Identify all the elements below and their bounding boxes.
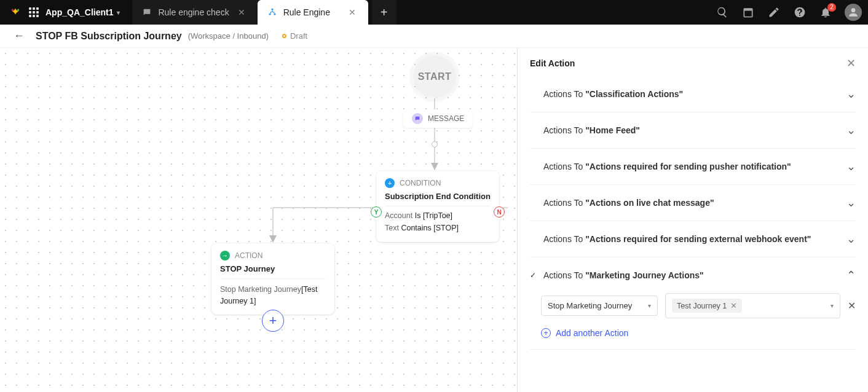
- condition-node[interactable]: CONDITION Subscription End Condition Acc…: [376, 171, 499, 242]
- accordion-label: Actions To "Marketing Journey Actions": [543, 270, 842, 280]
- app-launcher-icon[interactable]: [28, 7, 39, 18]
- start-label: START: [418, 71, 452, 82]
- add-another-action-button[interactable]: +Add another Action: [541, 326, 856, 340]
- breadcrumb: (Workspace / Inbound): [188, 31, 269, 41]
- remove-row-icon[interactable]: ✕: [848, 300, 856, 312]
- tab-rule-engine[interactable]: Rule Engine ✕: [258, 0, 368, 25]
- flow-canvas[interactable]: START MESSAGE CONDITION Subscription End…: [0, 48, 518, 392]
- selected-chip: Test Journey 1✕: [672, 299, 742, 313]
- close-icon[interactable]: ✕: [235, 6, 248, 19]
- client-name: App_QA_Client1: [45, 7, 113, 17]
- action-name: STOP Journey: [220, 264, 326, 273]
- condition-name: Subscription End Condition: [385, 192, 491, 201]
- tab-label: Rule engine check: [158, 7, 229, 17]
- action-node[interactable]: ACTION STOP Journey Stop Marketing Journ…: [211, 243, 334, 315]
- remove-chip-icon[interactable]: ✕: [730, 301, 737, 310]
- panel-header: Edit Action ✕: [518, 48, 868, 76]
- client-selector[interactable]: App_QA_Client1 ▾: [45, 7, 120, 17]
- tree-icon: [267, 7, 277, 17]
- check-icon: ✓: [530, 271, 539, 280]
- main: START MESSAGE CONDITION Subscription End…: [0, 48, 868, 392]
- accordion-head[interactable]: ✓Actions To "Marketing Journey Actions"⌃: [530, 257, 856, 293]
- calendar-icon[interactable]: [741, 6, 755, 19]
- action-value-select[interactable]: Test Journey 1✕▾: [665, 293, 840, 318]
- add-tab-button[interactable]: +: [372, 0, 397, 25]
- accordion-item: ✓Actions To "Home Feed"⌄: [530, 112, 856, 149]
- close-icon[interactable]: ✕: [346, 6, 358, 19]
- divider: [385, 206, 491, 206]
- chevron-down-icon: ⌄: [846, 160, 856, 173]
- page-title: STOP FB Subscription Journey: [36, 31, 182, 42]
- chevron-down-icon: ▾: [117, 9, 120, 16]
- edit-action-panel: Edit Action ✕ ✓Actions To "Classificatio…: [518, 48, 868, 392]
- divider: [220, 278, 326, 279]
- tab-rule-engine-check[interactable]: Rule engine check ✕: [132, 0, 257, 25]
- accordion-item: ✓Actions To "Marketing Journey Actions"⌃…: [530, 257, 856, 350]
- plus-icon: +: [541, 328, 551, 338]
- tab-label: Rule Engine: [283, 7, 340, 17]
- back-button[interactable]: ←: [14, 29, 25, 42]
- accordion-item: ✓Actions To "Classification Actions"⌄: [530, 76, 856, 112]
- condition-header: CONDITION: [385, 178, 491, 188]
- svg-point-0: [12, 9, 14, 11]
- accordion: ✓Actions To "Classification Actions"⌄✓Ac…: [518, 76, 868, 350]
- edit-icon[interactable]: [767, 6, 781, 19]
- accordion-head[interactable]: ✓Actions To "Actions required for sendin…: [530, 221, 856, 257]
- avatar[interactable]: [845, 4, 862, 21]
- chevron-up-icon: ⌃: [846, 269, 856, 282]
- accordion-head[interactable]: ✓Actions To "Actions on live chat messag…: [530, 185, 856, 221]
- condition-row: Text Contains [STOP]: [385, 224, 491, 232]
- accordion-label: Actions To "Actions required for sending…: [543, 162, 842, 171]
- accordion-label: Actions To "Classification Actions": [543, 89, 842, 99]
- accordion-head[interactable]: ✓Actions To "Home Feed"⌄: [530, 112, 856, 148]
- accordion-head[interactable]: ✓Actions To "Actions required for sendin…: [530, 149, 856, 184]
- action-type-select[interactable]: Stop Marketing Journey▾: [541, 296, 658, 316]
- action-header: ACTION: [220, 251, 326, 261]
- action-type: ACTION: [235, 251, 262, 260]
- chevron-down-icon: ⌄: [846, 196, 856, 210]
- status-badge: Draft: [282, 31, 307, 41]
- accordion-body: Stop Marketing Journey▾Test Journey 1✕▾✕…: [530, 293, 856, 349]
- chevron-down-icon: ⌄: [846, 232, 856, 246]
- chat-icon: [142, 7, 152, 17]
- accordion-label: Actions To "Home Feed": [543, 125, 842, 135]
- condition-type: CONDITION: [400, 179, 441, 187]
- action-config-row: Stop Marketing Journey▾Test Journey 1✕▾✕: [541, 293, 856, 318]
- notification-badge: 2: [827, 3, 836, 12]
- condition-row: Account Is [TripToe]: [385, 211, 491, 220]
- condition-icon: [385, 178, 395, 188]
- svg-point-4: [274, 14, 275, 15]
- message-node[interactable]: MESSAGE: [403, 109, 473, 128]
- status-text: Draft: [290, 31, 307, 41]
- action-row: Stop Marketing Journey[Test Journey 1]: [220, 284, 326, 307]
- svg-point-1: [17, 9, 19, 11]
- app-bar: App_QA_Client1 ▾ Rule engine check ✕ Rul…: [0, 0, 868, 25]
- appbar-actions: 2: [716, 4, 862, 21]
- close-icon[interactable]: ✕: [846, 57, 856, 70]
- chevron-down-icon: ⌄: [846, 123, 856, 137]
- accordion-item: ✓Actions To "Actions required for sendin…: [530, 149, 856, 185]
- accordion-item: ✓Actions To "Actions required for sendin…: [530, 221, 856, 257]
- svg-point-3: [269, 14, 270, 15]
- svg-point-2: [271, 9, 273, 10]
- plus-icon: +: [269, 313, 277, 329]
- action-icon: [220, 251, 230, 261]
- tabs-container: Rule engine check ✕ Rule Engine ✕ +: [132, 0, 396, 25]
- accordion-label: Actions To "Actions required for sending…: [543, 234, 842, 244]
- accordion-head[interactable]: ✓Actions To "Classification Actions"⌄: [530, 76, 856, 112]
- subheader: ← STOP FB Subscription Journey (Workspac…: [0, 25, 868, 48]
- status-dot-icon: [282, 34, 286, 38]
- yes-branch-badge[interactable]: Y: [371, 206, 382, 218]
- help-icon[interactable]: [793, 6, 807, 19]
- accordion-label: Actions To "Actions on live chat message…: [543, 198, 842, 208]
- start-node[interactable]: START: [413, 55, 456, 98]
- accordion-item: ✓Actions To "Actions on live chat messag…: [530, 185, 856, 221]
- search-icon[interactable]: [716, 6, 729, 19]
- no-branch-badge[interactable]: N: [494, 206, 505, 218]
- add-step-button[interactable]: +: [262, 310, 284, 332]
- connector-dot[interactable]: [432, 141, 438, 147]
- chevron-down-icon: ⌄: [846, 87, 856, 101]
- logo-icon: [10, 7, 21, 18]
- message-label: MESSAGE: [428, 114, 464, 123]
- notifications-icon[interactable]: 2: [819, 6, 832, 19]
